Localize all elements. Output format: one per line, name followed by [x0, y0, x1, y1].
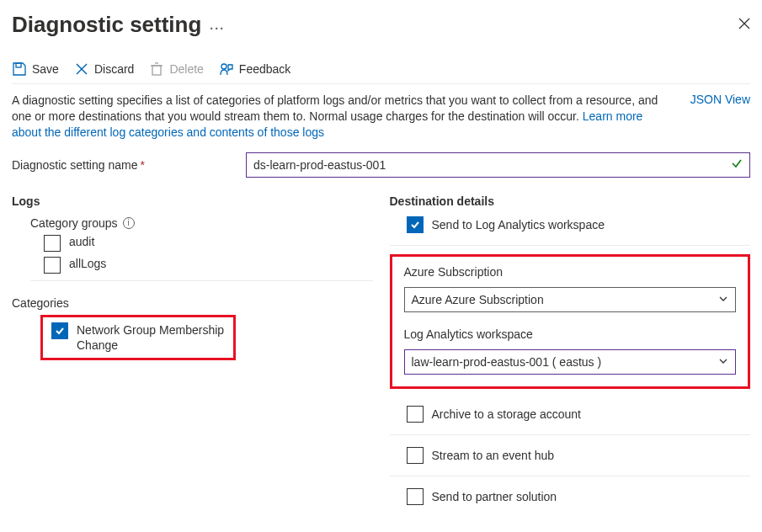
discard-label: Discard: [94, 62, 134, 76]
category-groups-label: Category groups i: [30, 216, 373, 230]
setting-name-label: Diagnostic setting name*: [12, 158, 231, 172]
send-law-label: Send to Log Analytics workspace: [432, 218, 605, 231]
feedback-button[interactable]: Feedback: [219, 61, 290, 77]
delete-label: Delete: [169, 62, 203, 76]
alllogs-checkbox-row[interactable]: allLogs: [44, 257, 373, 274]
category-checkbox-row[interactable]: Network Group Membership Change: [51, 322, 225, 353]
svg-point-8: [221, 64, 226, 69]
delete-icon: [149, 61, 164, 77]
law-config-highlight: Azure Subscription Azure Azure Subscript…: [390, 254, 751, 389]
discard-button[interactable]: Discard: [74, 61, 134, 77]
chevron-down-icon: [718, 293, 728, 306]
svg-rect-2: [16, 63, 21, 67]
partner-label: Send to partner solution: [432, 490, 557, 503]
logs-column: Logs Category groups i audit allLogs Cat…: [12, 194, 373, 513]
categories-label: Categories: [12, 296, 373, 310]
setting-name-input[interactable]: ds-learn-prod-eastus-001: [246, 152, 750, 178]
alllogs-label: allLogs: [69, 257, 106, 270]
checkbox-checked[interactable]: [51, 322, 68, 339]
law-value: law-learn-prod-eastus-001 ( eastus ): [412, 355, 602, 369]
json-view-link[interactable]: JSON View: [690, 93, 750, 106]
archive-label: Archive to a storage account: [432, 407, 581, 421]
checkbox-unchecked[interactable]: [407, 488, 424, 505]
archive-row[interactable]: Archive to a storage account: [407, 406, 751, 423]
svg-rect-5: [152, 66, 161, 75]
close-icon[interactable]: [738, 18, 750, 32]
feedback-label: Feedback: [239, 62, 290, 76]
feedback-icon: [219, 61, 234, 77]
validation-check-icon: [731, 157, 743, 172]
checkbox-unchecked[interactable]: [407, 447, 424, 464]
checkbox-checked[interactable]: [407, 216, 424, 233]
description-text: A diagnostic setting specifies a list of…: [12, 93, 665, 141]
logs-heading: Logs: [12, 194, 373, 208]
partner-row[interactable]: Send to partner solution: [407, 488, 751, 505]
info-icon[interactable]: i: [123, 217, 135, 229]
save-label: Save: [32, 62, 59, 76]
azure-sub-value: Azure Azure Subscription: [412, 293, 544, 306]
page-title-text: Diagnostic setting: [12, 12, 201, 38]
audit-checkbox-row[interactable]: audit: [44, 235, 373, 252]
destination-heading: Destination details: [390, 194, 751, 208]
category1-label: Network Group Membership Change: [77, 322, 225, 353]
required-indicator: *: [140, 158, 144, 172]
discard-icon: [74, 61, 89, 77]
audit-label: audit: [69, 235, 94, 248]
stream-label: Stream to an event hub: [432, 449, 555, 462]
save-button[interactable]: Save: [12, 61, 59, 77]
law-label: Log Analytics workspace: [404, 327, 737, 341]
azure-sub-label: Azure Subscription: [404, 265, 737, 279]
setting-name-value: ds-learn-prod-eastus-001: [253, 158, 386, 172]
checkbox-unchecked[interactable]: [44, 235, 61, 252]
checkbox-unchecked[interactable]: [44, 257, 61, 274]
send-law-row[interactable]: Send to Log Analytics workspace: [407, 216, 751, 233]
law-dropdown[interactable]: law-learn-prod-eastus-001 ( eastus ): [404, 349, 737, 375]
checkbox-unchecked[interactable]: [407, 406, 424, 423]
save-icon: [12, 61, 27, 77]
more-icon[interactable]: ...: [210, 19, 225, 32]
delete-button: Delete: [149, 61, 203, 77]
chevron-down-icon: [718, 355, 728, 369]
categories-highlight: Network Group Membership Change: [40, 315, 236, 360]
destination-column: Destination details Send to Log Analytic…: [390, 194, 751, 513]
stream-row[interactable]: Stream to an event hub: [407, 447, 751, 464]
toolbar: Save Discard Delete Feedback: [12, 61, 750, 77]
azure-sub-dropdown[interactable]: Azure Azure Subscription: [404, 287, 737, 312]
page-title: Diagnostic setting ...: [12, 12, 225, 38]
